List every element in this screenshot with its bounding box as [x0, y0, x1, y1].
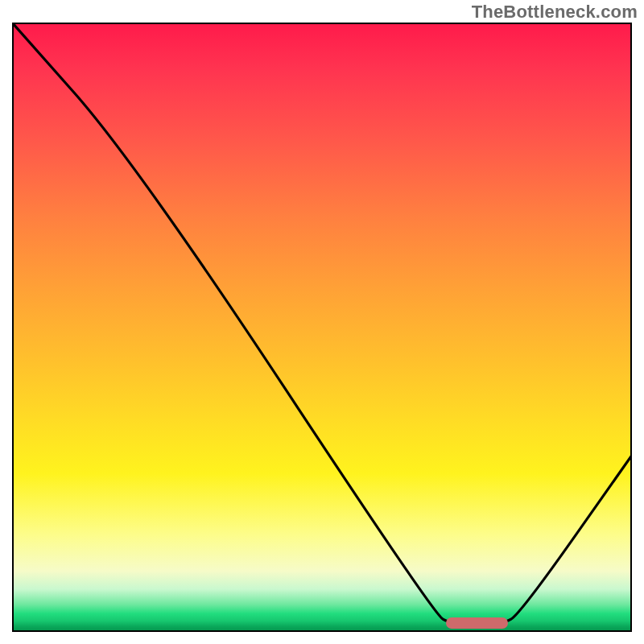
- chart-frame: TheBottleneck.com: [0, 0, 644, 644]
- plot-area: [12, 23, 632, 632]
- watermark-text: TheBottleneck.com: [472, 2, 638, 23]
- optimal-range-marker: [446, 617, 508, 629]
- curve-layer: [12, 23, 632, 632]
- bottleneck-curve: [12, 23, 632, 625]
